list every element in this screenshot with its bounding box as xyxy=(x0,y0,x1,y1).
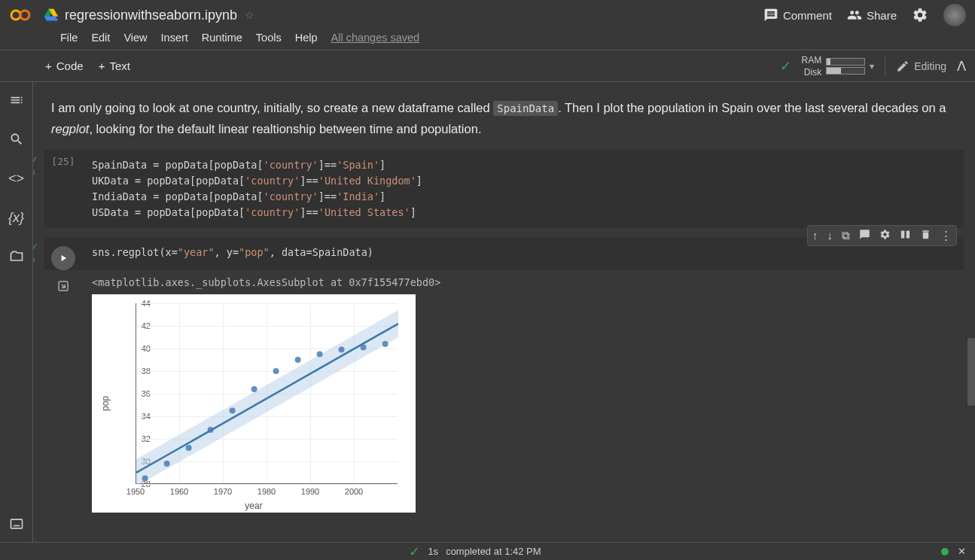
y-axis-label: pop xyxy=(100,396,111,411)
svg-point-19 xyxy=(382,341,388,347)
svg-rect-3 xyxy=(901,230,904,238)
check-icon: ✓ xyxy=(33,242,38,253)
move-up-icon[interactable]: ↑ xyxy=(812,229,818,242)
snippets-icon[interactable]: <> xyxy=(6,168,27,189)
menu-view[interactable]: View xyxy=(123,32,147,44)
menu-tools[interactable]: Tools xyxy=(256,32,282,44)
cell-gutter: [25] xyxy=(44,150,83,228)
comment-label: Comment xyxy=(783,9,832,22)
share-button[interactable]: Share xyxy=(847,8,897,23)
star-icon[interactable]: ☆ xyxy=(245,9,254,21)
notebook-title[interactable]: regressionwithseaborn.ipynb xyxy=(65,8,237,23)
link-icon[interactable]: ⧉ xyxy=(842,229,850,242)
svg-rect-2 xyxy=(11,519,22,528)
notebook-main: I am only going to look at one country, … xyxy=(33,82,975,542)
text-cell-emphasis: regplot xyxy=(51,122,89,135)
comment-cell-icon[interactable] xyxy=(859,229,870,242)
x-axis-label: year xyxy=(245,501,262,511)
chevron-down-icon[interactable]: ▾ xyxy=(870,61,874,72)
text-cell-part: I am only going to look at one country, … xyxy=(51,101,493,114)
disk-label: Disk xyxy=(804,67,821,78)
svg-point-17 xyxy=(339,346,345,352)
plot-area xyxy=(136,303,398,484)
menu-insert[interactable]: Insert xyxy=(161,32,188,44)
menu-runtime[interactable]: Runtime xyxy=(202,32,242,44)
svg-point-9 xyxy=(164,461,170,467)
cell-settings-icon[interactable] xyxy=(879,229,891,242)
header-bar: regressionwithseaborn.ipynb ☆ Comment Sh… xyxy=(0,0,975,27)
svg-point-13 xyxy=(251,386,257,392)
mirror-cell-icon[interactable] xyxy=(900,229,911,242)
check-icon: ✓ xyxy=(33,154,38,166)
collapse-header-button[interactable]: ᐱ xyxy=(957,58,966,75)
plus-icon: + xyxy=(99,59,105,72)
resource-monitor[interactable]: RAM Disk ▾ xyxy=(802,55,875,78)
search-icon[interactable] xyxy=(6,129,27,150)
share-label: Share xyxy=(867,9,897,22)
variables-icon[interactable]: {x} xyxy=(6,207,27,228)
svg-point-8 xyxy=(142,475,148,481)
execution-count: [25] xyxy=(51,156,75,167)
editing-label: Editing xyxy=(914,60,946,72)
svg-point-1 xyxy=(20,11,29,20)
status-completed: completed at 1:42 PM xyxy=(446,546,541,557)
menu-file[interactable]: File xyxy=(60,32,78,44)
svg-point-15 xyxy=(295,357,301,363)
scrollbar[interactable] xyxy=(967,338,975,406)
inline-code: SpainData xyxy=(493,101,558,116)
comment-button[interactable]: Comment xyxy=(763,8,832,23)
menu-help[interactable]: Help xyxy=(295,32,318,44)
code-editor[interactable]: SpainData = popData[popData['country']==… xyxy=(83,150,964,228)
plus-icon: + xyxy=(45,59,52,72)
status-bar: ✓ 1s completed at 1:42 PM ✕ xyxy=(0,542,975,560)
chart-output: pop year 283032343638404244 195019601970… xyxy=(92,294,416,513)
avatar[interactable] xyxy=(943,4,966,26)
svg-marker-6 xyxy=(136,310,398,484)
svg-point-0 xyxy=(11,11,20,20)
delete-cell-icon[interactable] xyxy=(920,229,931,242)
status-duration: 1s xyxy=(428,546,438,557)
output-text: <matplotlib.axes._subplots.AxesSubplot a… xyxy=(92,276,964,288)
gear-icon[interactable] xyxy=(912,7,928,23)
ram-label: RAM xyxy=(802,55,822,65)
text-cell-part: . Then I plot the population in Spain ov… xyxy=(558,101,946,114)
more-icon[interactable]: ⋮ xyxy=(940,229,952,242)
terminal-icon[interactable] xyxy=(6,513,27,534)
code-label: Code xyxy=(56,59,84,72)
output-collapse-icon[interactable] xyxy=(56,279,70,513)
svg-rect-4 xyxy=(906,230,909,238)
play-icon xyxy=(58,253,69,263)
share-icon xyxy=(847,8,862,23)
add-code-button[interactable]: + Code xyxy=(38,56,91,75)
save-status: All changes saved xyxy=(331,32,420,44)
text-cell[interactable]: I am only going to look at one country, … xyxy=(44,97,964,150)
toolbar: + Code + Text ✓ RAM Disk ▾ Editing ᐱ xyxy=(0,50,975,82)
run-button[interactable] xyxy=(51,246,75,270)
drive-icon xyxy=(44,8,59,23)
left-sidebar: <> {x} xyxy=(0,82,33,542)
cell-gutter xyxy=(44,237,83,270)
connection-indicator xyxy=(941,548,949,555)
pencil-icon xyxy=(896,59,909,73)
text-label: Text xyxy=(109,59,130,72)
editing-mode[interactable]: Editing xyxy=(896,59,946,73)
close-icon[interactable]: ✕ xyxy=(958,546,966,557)
cell-toolbar: ↑ ↓ ⧉ ⋮ xyxy=(807,225,957,246)
cell-time: 0s xyxy=(33,168,35,176)
menubar: File Edit View Insert Runtime Tools Help… xyxy=(0,27,975,50)
files-icon[interactable] xyxy=(6,246,27,267)
svg-point-11 xyxy=(208,427,214,433)
code-cell-1[interactable]: ✓ 0s [25] SpainData = popData[popData['c… xyxy=(44,150,964,228)
comment-icon xyxy=(763,8,778,23)
colab-logo-icon xyxy=(9,4,32,26)
text-cell-part: , looking for the default linear realtio… xyxy=(89,122,481,135)
divider xyxy=(885,56,885,77)
add-text-button[interactable]: + Text xyxy=(91,56,138,75)
svg-point-10 xyxy=(186,445,192,451)
svg-point-18 xyxy=(361,344,367,350)
check-icon: ✓ xyxy=(409,543,420,560)
move-down-icon[interactable]: ↓ xyxy=(827,229,833,242)
menu-edit[interactable]: Edit xyxy=(91,32,110,44)
toc-icon[interactable] xyxy=(6,90,27,111)
cell-time: 0s xyxy=(33,255,35,263)
